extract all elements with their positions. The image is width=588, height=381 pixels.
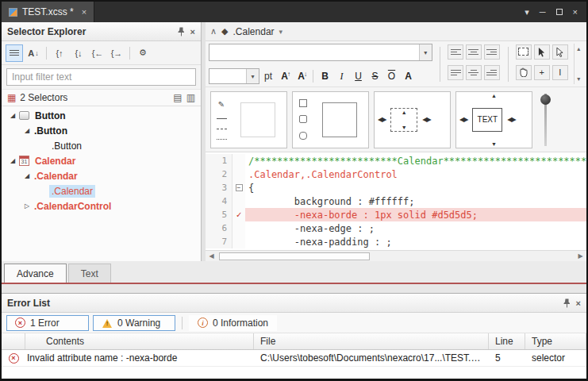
tree-item-dot-calendar-selected[interactable]: .Calendar [2,183,201,198]
horizontal-scrollbar[interactable]: ◀ ▶ [206,250,586,261]
tree-item-calendar[interactable]: ◢ 31 Calendar [2,153,201,168]
error-filter-button[interactable]: × 1 Error [6,315,89,331]
valign-top-icon[interactable] [448,65,463,80]
column-contents[interactable]: Contents [25,333,254,349]
align-left-icon[interactable] [448,44,463,60]
column-line[interactable]: Line [489,333,525,349]
close-button[interactable]: × [573,7,578,17]
tree-item-button[interactable]: ◢ Button [2,108,201,123]
bold-button[interactable]: B [317,69,332,84]
edge-style-preview[interactable] [292,91,369,148]
strikethrough-button[interactable]: S [367,69,382,84]
pin-icon[interactable] [563,298,571,308]
font-size-combobox[interactable]: ▾ [209,68,259,84]
expand-all-icon[interactable]: ▤ [173,92,182,103]
collapse-selector-icon[interactable]: {↓ [70,44,87,62]
info-filter-button[interactable]: i 0 Information [189,315,277,331]
corner-rounder-icon[interactable] [299,132,307,140]
line-solid-icon[interactable] [217,118,227,119]
panel-close-icon[interactable]: × [576,298,581,308]
error-table-row[interactable]: × Invalid attribute name : -nexa-borde C… [2,350,586,367]
tree-expander-icon[interactable]: ◢ [8,157,17,164]
scrollbar-thumb[interactable] [219,252,370,260]
toolbar-scroll-down-icon[interactable]: ▾ [577,75,580,83]
overline-button[interactable]: O [384,69,399,84]
alignment-button-group [448,44,501,84]
info-filter-label: 0 Information [213,318,268,329]
font-family-combobox[interactable]: ▾ [209,44,432,61]
text-align-preview[interactable]: ◀▶ TEXT▲▼ ◀▶ [455,91,532,148]
scroll-left-icon[interactable]: ◀ [206,251,217,262]
marquee-select-icon[interactable] [516,44,532,60]
valign-middle-icon[interactable] [466,65,482,80]
selector-filter-input[interactable] [6,68,196,86]
prev-selector-icon[interactable]: {← [89,44,106,62]
tree-expander-icon[interactable]: ◢ [22,172,32,179]
hand-tool-icon[interactable] [516,65,532,80]
code-line: 1 /*************************Calendar****… [206,154,586,167]
tree-item-dot-button-child[interactable]: .Button [2,138,201,153]
corner-round-icon[interactable] [299,115,307,123]
fold-icon[interactable]: − [236,184,243,191]
document-tab[interactable]: TEST.xcss * × [2,2,94,22]
selector-dropdown-icon[interactable]: ▾ [279,28,283,36]
column-file[interactable]: File [254,333,489,349]
tree-item-dot-calendar[interactable]: ◢ .Calendar [2,168,201,183]
restore-button[interactable] [556,9,563,15]
warning-filter-button[interactable]: ! 0 Warning [93,315,175,331]
border-style-preview[interactable]: ✎ [210,91,287,148]
tree-expander-icon[interactable]: ▷ [22,202,32,210]
underline-button[interactable]: U [351,69,366,84]
minimize-button[interactable]: ─ [540,7,546,17]
scroll-right-icon[interactable]: ▶ [575,251,586,262]
slider-knob[interactable] [540,94,551,105]
toolbar-scroll-up-icon[interactable]: ▴ [577,45,580,52]
text-cursor-icon[interactable]: I [552,65,568,80]
tree-item-label: .Calendar [32,170,80,183]
collapse-all-icon[interactable]: ▥ [186,92,195,103]
horizontal-splitter[interactable] [2,284,586,293]
gutter-marker [233,194,245,208]
tree-expander-icon[interactable]: ◢ [8,112,17,119]
align-center-icon[interactable] [466,44,482,60]
pencil-icon[interactable]: ✎ [218,100,225,109]
tree-item-calendarcontrol[interactable]: ▷ .CalendarControl [2,198,201,214]
line-dotted-icon[interactable] [217,139,227,140]
line-dashed-icon[interactable] [217,129,227,129]
font-color-button[interactable]: A [401,69,416,84]
style-preview-row: ✎ ◀▶ ▲▼ [206,87,586,152]
align-right-icon[interactable] [484,44,500,60]
tab-text[interactable]: Text [68,264,111,283]
pointer-outline-icon[interactable] [552,44,568,60]
tree-item-dot-button[interactable]: ◢ .Button [2,123,201,138]
corner-square-icon[interactable] [299,99,307,107]
combo-dropdown-icon[interactable]: ▾ [419,44,432,60]
tree-expander-icon[interactable]: ◢ [22,127,32,134]
tab-advance[interactable]: Advance [4,264,67,283]
selector-list-icon[interactable] [6,44,23,62]
add-tool-icon[interactable]: + [534,65,550,80]
combo-dropdown-icon[interactable]: ▾ [246,69,259,83]
pin-icon[interactable] [178,27,185,37]
expand-selector-icon[interactable]: {↑ [51,44,68,62]
font-grow-button[interactable]: A↑ [277,69,292,84]
xcss-file-icon [9,8,17,17]
code-editor[interactable]: 1 /*************************Calendar****… [206,152,586,250]
italic-button[interactable]: I [334,69,349,84]
column-type[interactable]: Type [525,333,586,349]
tab-list-dropdown-icon[interactable]: ▾ [525,7,529,17]
next-selector-icon[interactable]: {→ [108,44,125,62]
sort-alpha-icon[interactable]: A↓ [25,44,42,62]
panel-close-icon[interactable]: × [190,27,195,37]
arrow-up-icon: ▲ [491,93,497,98]
settings-gear-icon[interactable]: ⚙ [134,44,152,62]
font-shrink-button[interactable]: A↓ [294,69,309,84]
opacity-slider[interactable] [537,92,553,148]
tab-close-icon[interactable]: × [82,7,86,17]
pointer-icon[interactable] [534,44,550,60]
collapse-toolbar-icon[interactable]: ∧ [210,26,217,37]
padding-preview[interactable]: ◀▶ ▲▼ ◀▶ [374,91,451,148]
valign-bottom-icon[interactable] [484,65,500,80]
arrow-up-icon: ▲ [402,110,407,115]
line-number: 2 [206,167,233,181]
